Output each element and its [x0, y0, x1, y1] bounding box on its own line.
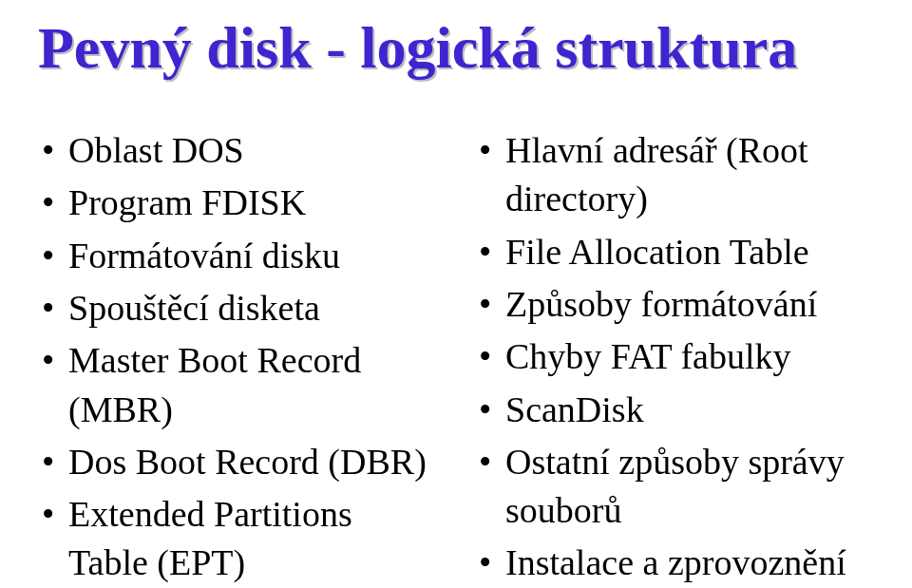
- right-list: Hlavní adresář (Root directory) File All…: [475, 126, 874, 588]
- slide: Pevný disk - logická struktura Oblast DO…: [0, 0, 912, 588]
- list-item: ScanDisk: [475, 386, 874, 434]
- list-item: Dos Boot Record (DBR): [38, 438, 437, 486]
- list-item: Program FDISK: [38, 179, 437, 227]
- slide-title: Pevný disk - logická struktura: [38, 17, 874, 79]
- list-item: Formátování disku: [38, 232, 437, 280]
- list-item: Hlavní adresář (Root directory): [475, 126, 874, 224]
- list-item: Způsoby formátování: [475, 280, 874, 329]
- list-item: Extended Partitions Table (EPT): [38, 490, 437, 588]
- content-columns: Oblast DOS Program FDISK Formátování dis…: [38, 126, 874, 588]
- list-item: Oblast DOS: [38, 126, 437, 175]
- left-column: Oblast DOS Program FDISK Formátování dis…: [38, 126, 437, 588]
- list-item: Instalace a zprovoznění disku: [475, 539, 874, 588]
- list-item: Chyby FAT fabulky: [475, 332, 874, 381]
- list-item: Master Boot Record (MBR): [38, 336, 437, 434]
- right-column: Hlavní adresář (Root directory) File All…: [475, 126, 874, 588]
- list-item: File Allocation Table: [475, 228, 874, 276]
- list-item: Spouštěcí disketa: [38, 284, 437, 332]
- left-list: Oblast DOS Program FDISK Formátování dis…: [38, 126, 437, 588]
- list-item: Ostatní způsoby správy souborů: [475, 438, 874, 536]
